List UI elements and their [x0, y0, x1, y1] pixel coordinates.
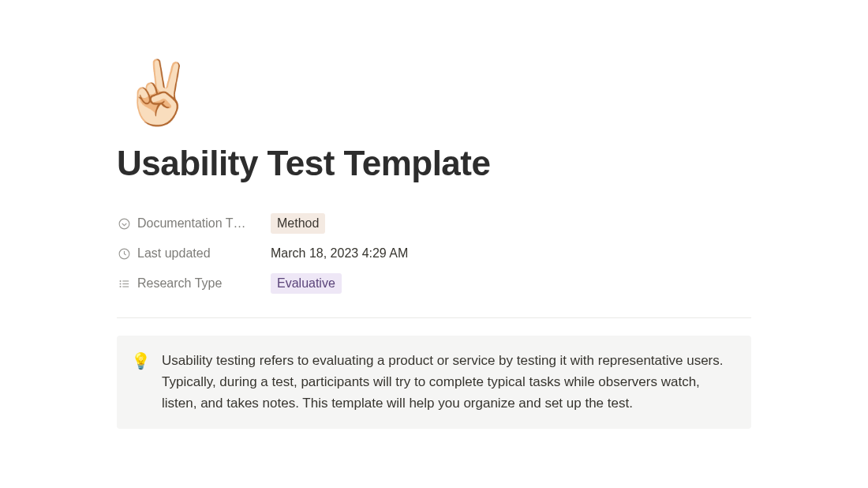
property-label[interactable]: Documentation T… [117, 207, 271, 240]
svg-point-2 [120, 280, 121, 281]
property-row: Last updated March 18, 2023 4:29 AM [117, 240, 751, 267]
callout-text: Usability testing refers to evaluating a… [162, 350, 735, 415]
lightbulb-icon: 💡 [131, 350, 151, 415]
svg-point-3 [120, 283, 121, 284]
list-icon [117, 276, 131, 291]
clock-icon [117, 246, 131, 261]
property-value[interactable]: Evaluative [271, 267, 751, 300]
property-row: Documentation T… Method [117, 207, 751, 240]
select-down-icon [117, 216, 131, 231]
last-updated-value: March 18, 2023 4:29 AM [271, 246, 408, 260]
property-label-text: Research Type [137, 276, 222, 291]
tag-evaluative: Evaluative [271, 273, 342, 294]
property-value[interactable]: Method [271, 207, 751, 240]
callout[interactable]: 💡 Usability testing refers to evaluating… [117, 336, 751, 429]
tag-method: Method [271, 213, 325, 234]
divider [117, 317, 751, 318]
svg-point-4 [120, 286, 121, 287]
page-title[interactable]: Usability Test Template [117, 144, 751, 183]
svg-point-0 [119, 219, 129, 229]
property-value[interactable]: March 18, 2023 4:29 AM [271, 240, 751, 267]
page-icon[interactable]: ✌🏻 [120, 62, 751, 123]
property-label[interactable]: Research Type [117, 267, 271, 300]
properties-table: Documentation T… Method Last updated [117, 207, 751, 300]
property-label[interactable]: Last updated [117, 240, 271, 267]
property-row: Research Type Evaluative [117, 267, 751, 300]
property-label-text: Last updated [137, 246, 211, 261]
property-label-text: Documentation T… [137, 216, 246, 231]
